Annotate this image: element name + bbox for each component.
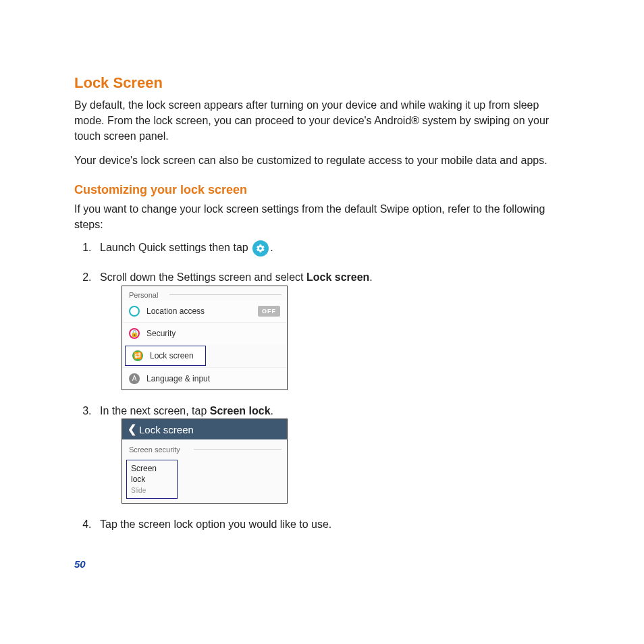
row-language-label: Language & input <box>146 373 280 385</box>
row-location-access[interactable]: ◎ Location access OFF <box>122 300 287 322</box>
row-security-label: Security <box>146 328 280 340</box>
step-3-text-c: . <box>271 405 273 417</box>
step-2: Scroll down the Settings screen and sele… <box>95 270 570 390</box>
step-4: Tap the screen lock option you would lik… <box>95 517 570 532</box>
section-subheading: Customizing your lock screen <box>74 183 570 197</box>
intro-paragraph-2: Your device's lock screen can also be cu… <box>74 153 570 168</box>
page-number: 50 <box>74 558 86 570</box>
lock-screen-icon: 🔁 <box>132 350 143 361</box>
step-2-text-a: Scroll down the Settings screen and sele… <box>100 271 306 283</box>
steps-list: Launch Quick settings then tap . Scroll … <box>74 240 570 533</box>
step-3: In the next screen, tap Screen lock. ❮ L… <box>95 404 570 504</box>
step-1-text-a: Launch Quick settings then tap <box>100 242 251 253</box>
section-intro: If you want to change your lock screen s… <box>74 201 570 232</box>
back-chevron-icon[interactable]: ❮ <box>128 422 136 437</box>
security-lock-icon: 🔒 <box>129 328 140 339</box>
screen-lock-subtitle: Slide <box>131 486 173 495</box>
page-title: Lock Screen <box>74 74 570 92</box>
step-1: Launch Quick settings then tap . <box>95 240 570 257</box>
section-label-personal: Personal <box>122 286 287 300</box>
screen-security-section-label: Screen security <box>122 439 287 458</box>
location-toggle-off[interactable]: OFF <box>258 306 280 317</box>
step-1-text-b: . <box>270 242 273 253</box>
lock-screen-header-title: Lock screen <box>139 423 194 437</box>
step-2-text-c: . <box>369 271 372 283</box>
row-language-input[interactable]: A Language & input <box>122 367 287 390</box>
step-3-bold: Screen lock <box>210 405 271 417</box>
step-3-text-a: In the next screen, tap <box>100 405 210 417</box>
row-lock-screen-label: Lock screen <box>150 350 198 362</box>
manual-page: Lock Screen By default, the lock screen … <box>0 0 644 644</box>
settings-gear-icon <box>252 240 269 257</box>
language-icon: A <box>129 373 140 384</box>
step-2-bold: Lock screen <box>306 271 369 283</box>
row-location-label: Location access <box>146 306 258 317</box>
screen-lock-title: Screen lock <box>131 463 173 486</box>
intro-paragraph-1: By default, the lock screen appears afte… <box>74 97 570 144</box>
row-security[interactable]: 🔒 Security <box>122 322 287 344</box>
row-lock-screen-highlighted[interactable]: 🔁 Lock screen <box>125 346 206 366</box>
settings-personal-screenshot: Personal ◎ Location access OFF 🔒 Securit… <box>122 286 288 390</box>
screen-lock-item-highlighted[interactable]: Screen lock Slide <box>126 460 178 500</box>
location-icon: ◎ <box>129 306 140 317</box>
lock-screen-screenshot: ❮ Lock screen Screen security Screen loc… <box>122 419 288 504</box>
lock-screen-header[interactable]: ❮ Lock screen <box>122 419 287 439</box>
